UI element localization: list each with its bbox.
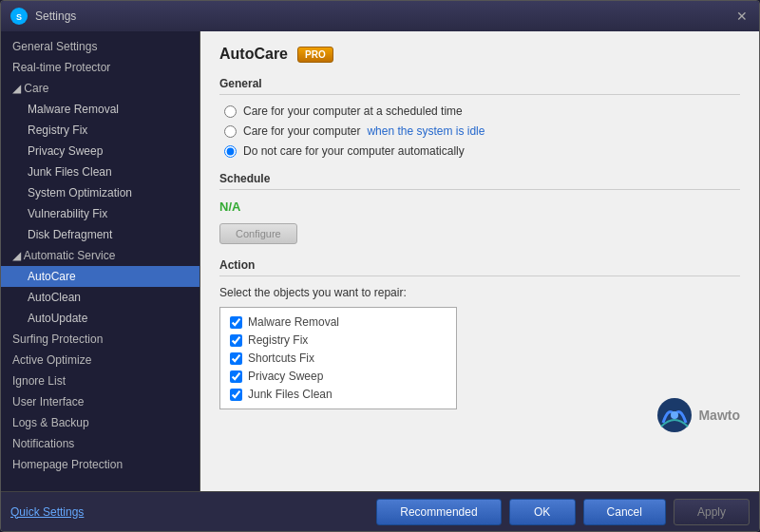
schedule-value: N/A xyxy=(219,200,740,214)
sidebar-item-autoclean[interactable]: AutoClean xyxy=(1,287,200,308)
schedule-section-title: Schedule xyxy=(219,172,740,190)
window-title: Settings xyxy=(35,10,734,23)
sidebar-item-disk-defragment[interactable]: Disk Defragment xyxy=(1,224,200,245)
action-section: Action Select the objects you want to re… xyxy=(219,258,740,409)
sidebar-item-user-interface[interactable]: User Interface xyxy=(1,391,200,412)
checkbox-label-privacy-sweep: Privacy Sweep xyxy=(248,370,323,383)
quick-settings-link[interactable]: Quick Settings xyxy=(10,505,376,519)
svg-text:S: S xyxy=(16,12,22,22)
action-select-label: Select the objects you want to repair: xyxy=(219,286,740,299)
recommended-button[interactable]: Recommended xyxy=(376,499,501,525)
sidebar-item-homepage-protection[interactable]: Homepage Protection xyxy=(1,454,200,475)
sidebar-item-care[interactable]: ◢ Care xyxy=(1,78,200,99)
svg-point-3 xyxy=(671,411,678,419)
radio-group: Care for your computer at a scheduled ti… xyxy=(219,104,740,158)
bottom-bar: Quick Settings Recommended OK Cancel App… xyxy=(1,491,759,531)
general-section: General Care for your computer at a sche… xyxy=(219,77,740,158)
sidebar-item-notifications[interactable]: Notifications xyxy=(1,433,200,454)
checkbox-input-privacy-sweep[interactable] xyxy=(230,370,242,383)
radio-input-scheduled[interactable] xyxy=(224,105,237,118)
radio-input-not-auto[interactable] xyxy=(224,145,237,158)
checkbox-input-junk-files-clean[interactable] xyxy=(230,389,242,401)
apply-button[interactable]: Apply xyxy=(674,499,750,525)
checkbox-list: Malware RemovalRegistry FixShortcuts Fix… xyxy=(219,307,457,409)
checkbox-label-junk-files-clean: Junk Files Clean xyxy=(248,388,332,401)
logo-text: Mawto xyxy=(698,408,740,423)
radio-label-text-scheduled: Care for your computer at a scheduled ti… xyxy=(243,104,463,118)
main-area: General SettingsReal-time Protector◢ Car… xyxy=(1,31,759,491)
checkbox-item-registry-fix[interactable]: Registry Fix xyxy=(230,333,446,347)
settings-window: S Settings ✕ General SettingsReal-time P… xyxy=(0,0,760,532)
schedule-section: Schedule N/A Configure xyxy=(219,172,740,244)
checkbox-item-malware-removal[interactable]: Malware Removal xyxy=(230,315,446,329)
sidebar-item-ignore-list[interactable]: Ignore List xyxy=(1,370,200,391)
logo-icon xyxy=(656,396,694,434)
sidebar-item-general-settings[interactable]: General Settings xyxy=(1,36,200,57)
radio-label-highlight-idle: when the system is idle xyxy=(367,124,484,138)
checkbox-label-registry-fix: Registry Fix xyxy=(248,333,308,347)
checkbox-input-malware-removal[interactable] xyxy=(230,316,242,329)
sidebar-item-autoupdate[interactable]: AutoUpdate xyxy=(1,308,200,329)
cancel-button[interactable]: Cancel xyxy=(583,499,666,525)
radio-item-not-auto[interactable]: Do not care for your computer automatica… xyxy=(224,144,740,158)
sidebar-item-vulnerability-fix[interactable]: Vulnerability Fix xyxy=(1,203,200,224)
content-area: AutoCare PRO General Care for your compu… xyxy=(200,31,759,491)
general-section-title: General xyxy=(219,77,740,95)
close-button[interactable]: ✕ xyxy=(734,9,750,24)
radio-label-text-idle: Care for your computer xyxy=(243,124,360,138)
sidebar-item-logs-backup[interactable]: Logs & Backup xyxy=(1,412,200,433)
checkbox-input-shortcuts-fix[interactable] xyxy=(230,352,242,365)
checkbox-item-privacy-sweep[interactable]: Privacy Sweep xyxy=(230,370,446,383)
checkbox-item-junk-files-clean[interactable]: Junk Files Clean xyxy=(230,388,446,401)
checkbox-label-malware-removal: Malware Removal xyxy=(248,315,339,329)
app-icon: S xyxy=(10,8,28,25)
checkbox-input-registry-fix[interactable] xyxy=(230,334,242,347)
sidebar-item-system-optimization[interactable]: System Optimization xyxy=(1,182,200,203)
sidebar: General SettingsReal-time Protector◢ Car… xyxy=(1,31,200,491)
checkbox-label-shortcuts-fix: Shortcuts Fix xyxy=(248,352,314,365)
radio-input-idle[interactable] xyxy=(224,125,237,138)
content-wrapper: AutoCare PRO General Care for your compu… xyxy=(200,31,759,491)
bottom-buttons: Recommended OK Cancel Apply xyxy=(376,499,750,525)
ok-button[interactable]: OK xyxy=(509,499,576,525)
titlebar: S Settings ✕ xyxy=(1,1,759,31)
checkbox-item-shortcuts-fix[interactable]: Shortcuts Fix xyxy=(230,352,446,365)
logo-area: Mawto xyxy=(656,396,740,434)
page-title-area: AutoCare PRO xyxy=(219,46,740,63)
configure-button[interactable]: Configure xyxy=(219,223,297,244)
sidebar-item-autocare[interactable]: AutoCare xyxy=(1,266,200,287)
sidebar-item-registry-fix[interactable]: Registry Fix xyxy=(1,120,200,141)
radio-item-scheduled[interactable]: Care for your computer at a scheduled ti… xyxy=(224,104,740,118)
sidebar-item-active-optimize[interactable]: Active Optimize xyxy=(1,350,200,370)
sidebar-item-junk-files-clean[interactable]: Junk Files Clean xyxy=(1,162,200,182)
sidebar-item-privacy-sweep[interactable]: Privacy Sweep xyxy=(1,141,200,162)
page-title: AutoCare xyxy=(219,46,288,63)
sidebar-item-surfing-protection[interactable]: Surfing Protection xyxy=(1,329,200,350)
radio-item-idle[interactable]: Care for your computer when the system i… xyxy=(224,124,740,138)
pro-badge: PRO xyxy=(297,47,333,63)
sidebar-item-malware-removal[interactable]: Malware Removal xyxy=(1,99,200,120)
radio-label-text-not-auto: Do not care for your computer automatica… xyxy=(243,144,465,158)
sidebar-item-automatic-service[interactable]: ◢ Automatic Service xyxy=(1,245,200,266)
action-section-title: Action xyxy=(219,258,740,276)
sidebar-item-realtime-protector[interactable]: Real-time Protector xyxy=(1,57,200,78)
